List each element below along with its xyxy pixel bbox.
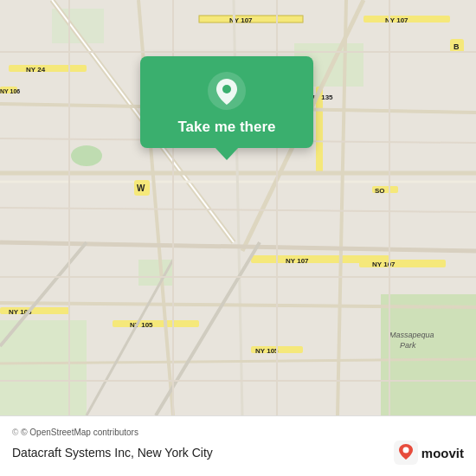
map-popup[interactable]: Take me there — [140, 56, 313, 148]
svg-rect-2 — [381, 294, 476, 415]
svg-rect-5 — [138, 260, 173, 286]
svg-text:NY 105: NY 105 — [130, 321, 153, 329]
svg-text:Massapequa: Massapequa — [389, 331, 434, 339]
svg-text:NY 107: NY 107 — [286, 257, 309, 265]
map-attribution: © © OpenStreetMap contributors — [12, 428, 464, 437]
svg-rect-1 — [0, 320, 87, 415]
popup-label: Take me there — [177, 119, 275, 136]
bottom-bar: © © OpenStreetMap contributors Datacraft… — [0, 415, 476, 476]
svg-text:NY 105: NY 105 — [255, 347, 279, 355]
svg-point-65 — [402, 447, 408, 453]
svg-point-63 — [222, 85, 231, 93]
attribution-text: © OpenStreetMap contributors — [21, 428, 138, 437]
map-area: NY 107 NY 24 NY 24 NY 135 NY 107 NY 106 … — [0, 0, 476, 415]
location-name: Datacraft Systems Inc, New York City — [12, 446, 213, 460]
svg-text:B: B — [453, 42, 460, 51]
moovit-logo-icon — [394, 441, 418, 465]
svg-text:Park: Park — [400, 341, 416, 350]
svg-text:SO: SO — [375, 187, 385, 195]
moovit-logo[interactable]: moovit — [394, 441, 464, 465]
svg-text:NY 106: NY 106 — [0, 88, 20, 94]
location-pin-icon — [208, 72, 246, 110]
svg-text:NY 107: NY 107 — [372, 261, 396, 268]
svg-rect-10 — [9, 65, 87, 72]
svg-text:W: W — [137, 183, 145, 193]
svg-text:NY 24: NY 24 — [26, 66, 46, 74]
svg-point-6 — [71, 145, 102, 166]
moovit-brand-text: moovit — [421, 446, 464, 460]
svg-rect-26 — [113, 320, 199, 327]
